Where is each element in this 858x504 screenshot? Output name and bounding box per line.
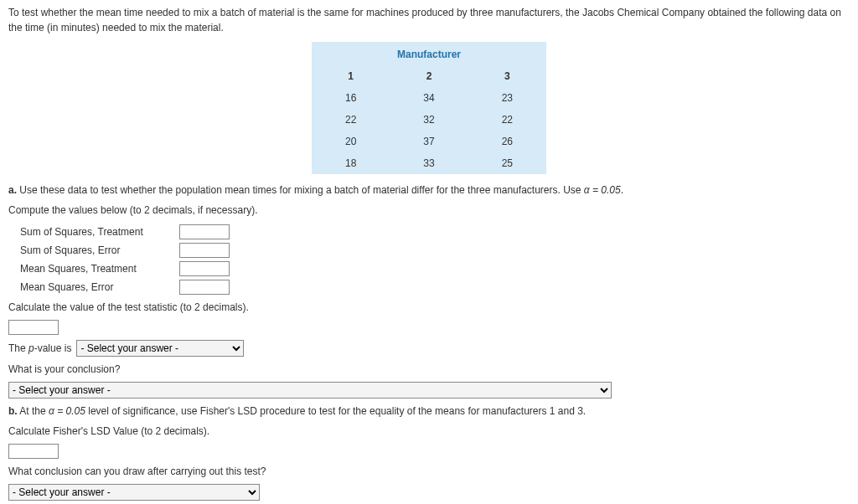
part-a-label: a.: [8, 184, 17, 196]
col-header-1: 1: [312, 65, 390, 87]
select-conclusion-a[interactable]: - Select your answer -: [8, 382, 612, 399]
label-ss-treatment: Sum of Squares, Treatment: [20, 224, 179, 239]
input-test-statistic[interactable]: [8, 320, 59, 335]
table-row: 22 32 22: [312, 109, 546, 131]
label-ms-treatment: Mean Squares, Treatment: [20, 261, 179, 276]
table-row: 18 33 25: [312, 152, 546, 174]
label-ms-error: Mean Squares, Error: [20, 280, 179, 295]
problem-intro: To test whether the mean time needed to …: [8, 5, 850, 35]
select-conclusion-b[interactable]: - Select your answer -: [8, 484, 260, 501]
cell: 20: [312, 131, 390, 152]
select-p-value[interactable]: - Select your answer -: [76, 340, 244, 357]
cell: 26: [468, 131, 546, 152]
table-caption: Manufacturer: [312, 42, 546, 65]
cell: 37: [390, 131, 468, 152]
table-row: 20 37 26: [312, 131, 546, 152]
part-b-prompt: b. At the α = 0.05 level of significance…: [8, 404, 850, 419]
part-a-prompt: a. Use these data to test whether the po…: [8, 183, 850, 198]
pvalue-label: The p-value is: [8, 341, 71, 356]
part-b-label: b.: [8, 405, 18, 417]
compute-instruction: Compute the values below (to 2 decimals,…: [8, 203, 850, 218]
label-ss-error: Sum of Squares, Error: [20, 243, 179, 258]
cell: 23: [468, 87, 546, 109]
data-table-container: Manufacturer 1 2 3 16 34 23 22 32 22 20 …: [8, 42, 850, 174]
col-header-2: 2: [390, 65, 468, 87]
alpha-expr: α = 0.05: [584, 184, 621, 196]
part-b-text-before: At the: [19, 405, 49, 417]
input-ms-treatment[interactable]: [179, 261, 230, 276]
conclusion-question-a: What is your conclusion?: [8, 362, 850, 377]
manufacturer-table: Manufacturer 1 2 3 16 34 23 22 32 22 20 …: [312, 42, 546, 174]
lsd-instruction: Calculate Fisher's LSD Value (to 2 decim…: [8, 424, 850, 439]
table-row: 16 34 23: [312, 87, 546, 109]
cell: 22: [468, 109, 546, 131]
cell: 34: [390, 87, 468, 109]
cell: 33: [390, 152, 468, 174]
table-header-row: 1 2 3: [312, 65, 546, 87]
input-ms-error[interactable]: [179, 280, 230, 295]
cell: 22: [312, 109, 390, 131]
cell: 18: [312, 152, 390, 174]
cell: 16: [312, 87, 390, 109]
alpha-expr-b: α = 0.05: [49, 405, 85, 417]
part-a-text: Use these data to test whether the popul…: [19, 184, 583, 196]
test-stat-instruction: Calculate the value of the test statisti…: [8, 300, 850, 315]
conclusion-question-b: What conclusion can you draw after carry…: [8, 464, 850, 479]
col-header-3: 3: [468, 65, 546, 87]
cell: 32: [390, 109, 468, 131]
cell: 25: [468, 152, 546, 174]
input-ss-treatment[interactable]: [179, 224, 230, 239]
input-lsd-value[interactable]: [8, 444, 59, 459]
input-ss-error[interactable]: [179, 243, 230, 258]
period: .: [621, 184, 623, 196]
anova-inputs: Sum of Squares, Treatment Sum of Squares…: [20, 224, 850, 295]
part-b-text-after: level of significance, use Fisher's LSD …: [85, 405, 586, 417]
